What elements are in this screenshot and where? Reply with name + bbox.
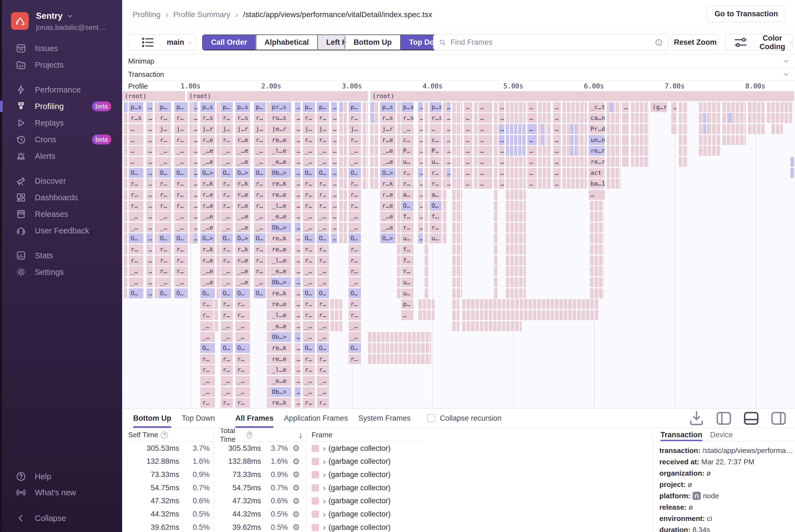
flame-frame[interactable]	[622, 135, 629, 145]
flame-frame[interactable]	[267, 288, 271, 298]
flame-frame[interactable]: re…e	[270, 244, 291, 254]
flame-frame[interactable]: …	[146, 113, 153, 123]
flame-frame[interactable]: O…	[317, 288, 329, 298]
flame-frame[interactable]: p…	[348, 102, 361, 112]
flame-frame[interactable]	[590, 244, 604, 254]
flame-frame[interactable]	[474, 113, 478, 123]
flame-frame[interactable]	[506, 168, 526, 178]
flame-frame[interactable]: (root)	[122, 91, 185, 101]
flame-frame[interactable]: _…e	[235, 157, 250, 167]
flame-frame[interactable]	[699, 124, 720, 134]
table-row[interactable]: 73.33ms0.9%73.33ms0.9%⚙›(garbage collect…	[122, 468, 652, 481]
flame-frame[interactable]: …	[295, 299, 301, 309]
flame-frame[interactable]: p…	[401, 299, 414, 309]
flame-frame[interactable]	[124, 212, 128, 222]
flame-frame[interactable]: …	[331, 102, 337, 112]
flame-frame[interactable]	[452, 135, 462, 145]
flame-frame[interactable]	[622, 157, 629, 167]
flame-frame[interactable]: …	[553, 124, 561, 134]
flame-frame[interactable]	[124, 179, 128, 189]
flame-frame[interactable]	[506, 113, 526, 123]
expand-chevron-icon[interactable]: ›	[323, 470, 326, 479]
flame-frame[interactable]: _…	[235, 332, 250, 342]
flame-frame[interactable]: r…e	[200, 201, 215, 211]
flame-frame[interactable]: …	[295, 376, 301, 386]
flame-frame[interactable]	[563, 113, 587, 123]
flame-frame[interactable]: …	[295, 288, 301, 298]
flame-frame[interactable]	[452, 266, 462, 276]
flame-frame[interactable]	[494, 179, 498, 189]
flame-frame[interactable]	[155, 146, 158, 156]
layout-right-panel-icon[interactable]	[769, 408, 788, 428]
flame-frame[interactable]: Ob…>	[270, 332, 291, 342]
flame-frame[interactable]	[397, 135, 401, 145]
flame-frame[interactable]: …	[527, 113, 537, 123]
flame-frame[interactable]: r…	[221, 190, 232, 200]
flame-frame[interactable]: …	[418, 168, 423, 178]
flame-frame[interactable]: r…	[254, 244, 266, 254]
flame-frame[interactable]: r…	[200, 354, 215, 364]
flame-frame[interactable]	[424, 124, 429, 134]
flame-frame[interactable]: …	[553, 157, 561, 167]
flame-frame[interactable]	[590, 233, 604, 243]
flame-frame[interactable]: j…	[254, 124, 266, 134]
flame-frame[interactable]: O…	[348, 288, 361, 298]
flame-frame[interactable]: r…	[303, 398, 315, 408]
flame-frame[interactable]	[189, 124, 193, 134]
flame-frame[interactable]	[216, 277, 221, 287]
flame-frame[interactable]: r…	[317, 135, 329, 145]
flame-frame[interactable]	[424, 146, 429, 156]
flame-frame[interactable]: …	[331, 190, 337, 200]
flame-frame[interactable]: f…	[401, 244, 414, 254]
flame-frame[interactable]: _c…t	[589, 102, 605, 112]
flame-frame[interactable]: un…n	[589, 135, 605, 145]
flame-frame[interactable]: _…	[303, 223, 315, 232]
flame-frame[interactable]: r…	[303, 201, 315, 211]
flame-frame[interactable]: r…	[317, 255, 329, 265]
flame-frame[interactable]	[424, 212, 429, 222]
flame-frame[interactable]: …	[146, 157, 153, 167]
flame-frame[interactable]: r…	[254, 201, 266, 211]
flame-frame[interactable]	[609, 102, 613, 112]
flame-frame[interactable]	[370, 179, 379, 189]
reset-zoom-button[interactable]: Reset Zoom	[672, 34, 719, 51]
flame-frame[interactable]: _…	[174, 223, 188, 232]
flame-frame[interactable]	[722, 113, 746, 123]
flame-frame[interactable]	[506, 201, 526, 211]
flame-frame[interactable]	[494, 223, 498, 232]
flame-frame[interactable]: …	[418, 190, 423, 200]
breadcrumb-profiling[interactable]: Profiling	[133, 10, 160, 19]
flame-frame[interactable]	[155, 102, 158, 112]
flame-frame[interactable]: r…e	[200, 135, 215, 145]
table-row[interactable]: 54.75ms0.7%54.75ms0.7%⚙›(garbage collect…	[122, 481, 652, 494]
flame-frame[interactable]	[728, 113, 732, 123]
flame-frame[interactable]	[189, 168, 193, 178]
flame-frame[interactable]	[155, 190, 158, 200]
flame-frame[interactable]	[424, 266, 429, 276]
flame-frame[interactable]: j…r	[235, 124, 250, 134]
flame-frame[interactable]	[443, 190, 447, 200]
flame-frame[interactable]	[424, 179, 429, 189]
flame-frame[interactable]	[443, 223, 447, 232]
flame-frame[interactable]: r…	[348, 255, 361, 265]
flame-frame[interactable]: a…	[430, 190, 441, 200]
flame-frame[interactable]	[506, 190, 526, 200]
flame-frame[interactable]: O…	[235, 288, 250, 298]
flame-frame[interactable]: r…	[221, 135, 232, 145]
flame-frame[interactable]	[216, 244, 221, 254]
flame-frame[interactable]	[590, 223, 604, 232]
flame-frame[interactable]	[339, 201, 347, 211]
flame-frame[interactable]	[397, 288, 401, 298]
flame-frame[interactable]	[590, 266, 604, 276]
flame-frame[interactable]	[494, 255, 498, 265]
sidebar-item-stats[interactable]: Stats	[0, 247, 122, 264]
flame-frame[interactable]	[443, 201, 447, 211]
find-frames-input[interactable]	[451, 38, 651, 47]
flame-frame[interactable]	[363, 168, 368, 178]
flame-frame[interactable]: …	[478, 113, 493, 123]
flame-frame[interactable]	[452, 255, 462, 265]
flame-frame[interactable]: r…	[303, 354, 315, 364]
flame-frame[interactable]	[216, 288, 221, 298]
flame-frame[interactable]: r…	[303, 135, 315, 145]
flame-frame[interactable]: …	[295, 146, 301, 156]
